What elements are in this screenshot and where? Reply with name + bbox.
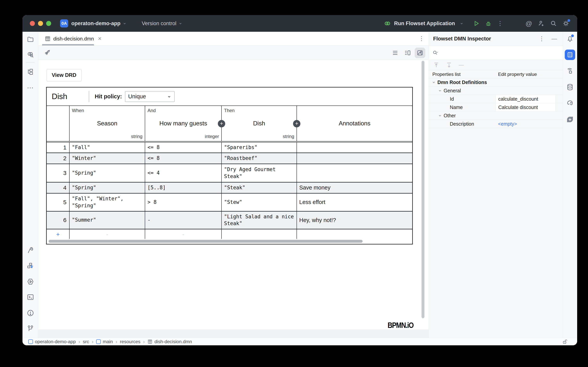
split-view-toggle[interactable] [402,48,413,58]
property-row-description[interactable]: Description <empty> [429,120,563,128]
property-value-field[interactable]: Calculate discount [495,103,556,111]
run-tool-icon[interactable] [26,278,35,286]
run-configuration-widget[interactable]: Run Flowset Application [384,20,464,27]
annotation-cell[interactable]: Save money [297,182,412,193]
season-cell[interactable]: "Fall" [69,142,145,153]
guests-cell[interactable]: <= 8 [145,153,222,164]
guests-cell[interactable]: - [145,211,222,229]
rule-number[interactable]: 5 [47,193,69,211]
rocket-icon[interactable] [43,49,51,57]
version-control-tool-icon[interactable] [26,325,35,333]
search-everywhere-icon[interactable] [550,20,557,27]
inspector-search-field[interactable] [429,46,563,60]
dish-cell[interactable]: "Steak" [222,182,297,193]
guests-cell[interactable]: [5..8] [145,182,222,193]
guests-cell[interactable]: <= 8 [145,142,222,153]
breadcrumb-item-file[interactable]: dish-decision.dmn [147,339,192,344]
rule-number[interactable]: 3 [47,164,69,182]
project-avatar[interactable]: 0A [60,19,68,27]
annotation-cell[interactable] [297,164,412,182]
database-tool-icon[interactable] [566,83,574,91]
decision-name[interactable]: Dish [52,92,89,101]
breadcrumb-item-resources[interactable]: resources [120,339,140,344]
tree-group-other[interactable]: Other [429,111,563,120]
season-cell[interactable]: "Fall", "Winter", "Spring" [69,193,145,211]
rule-number[interactable]: 2 [47,153,69,164]
tab-options-icon[interactable]: ⋮ [419,36,424,42]
dish-cell[interactable]: "Spareribs" [222,142,297,153]
structure-tool-icon[interactable] [26,68,35,76]
code-with-me-icon[interactable] [538,20,545,27]
terminal-tool-icon[interactable] [26,293,35,301]
add-input-column-button[interactable]: + [218,120,225,127]
rule-number[interactable]: 6 [47,211,69,229]
annotation-cell[interactable]: Hey, why not!? [297,211,412,229]
annotation-cell[interactable] [297,142,412,153]
view-drd-button[interactable]: View DRD [46,69,82,81]
collapse-all-icon[interactable] [446,62,452,68]
list-view-toggle[interactable] [390,48,400,58]
notifications-bell-icon[interactable] [566,34,574,43]
guests-cell[interactable]: > 8 [145,193,222,211]
zoom-window-button[interactable] [46,21,51,26]
flowset-search-tool-icon[interactable] [26,50,35,59]
chevron-down-icon[interactable] [432,80,436,84]
property-row-id[interactable]: Id calculate_discount [429,95,563,103]
output-column-dish[interactable]: Then Dish string [222,106,297,142]
ai-assistant-icon[interactable]: @ [525,20,532,27]
dish-cell[interactable]: "Dry Aged Gourmet Steak" [222,164,297,182]
debug-button[interactable] [485,20,492,27]
settings-gear-icon[interactable] [562,20,569,27]
tab-dish-decision[interactable]: dish-decision.dmn ✕ [45,32,102,46]
run-button[interactable] [473,20,480,27]
more-tool-windows-icon[interactable]: ⋯ [26,84,35,92]
build-tool-icon[interactable] [26,246,35,254]
property-row-name[interactable]: Name Calculate discount [429,103,563,111]
close-window-button[interactable] [30,21,35,26]
dependencies-tool-icon[interactable] [566,115,574,124]
add-output-column-button[interactable]: + [293,120,300,127]
dish-cell[interactable]: "Roastbeef" [222,153,297,164]
dish-cell[interactable]: "Stew" [222,193,297,211]
minimize-window-button[interactable] [38,21,43,26]
rule-number[interactable]: 4 [47,182,69,193]
tree-group-general[interactable]: General [429,86,563,95]
season-cell[interactable]: "Spring" [69,164,145,182]
expand-all-icon[interactable] [433,62,439,68]
dish-cell[interactable]: "Light Salad and a nice Steak" [222,211,297,229]
breadcrumb-item-project[interactable]: operaton-demo-app [28,339,76,344]
rule-number[interactable]: 1 [47,142,69,153]
services-tool-icon[interactable] [26,262,35,270]
chevron-down-icon[interactable] [438,113,442,118]
dmn-inspector-tool-icon-active[interactable] [565,50,575,60]
annotations-column[interactable]: Annotations [297,106,412,142]
version-control-menu[interactable]: Version control [142,21,177,26]
season-cell[interactable]: "Spring" [69,182,145,193]
season-cell[interactable]: "Winter" [69,153,145,164]
remove-property-icon[interactable]: — [459,62,464,68]
horizontal-scrollbar-thumb[interactable] [49,240,363,243]
empty-value-link[interactable]: <empty> [498,121,517,127]
inspector-options-icon[interactable]: ⋮ [539,36,545,42]
chevron-down-icon[interactable] [438,88,442,93]
canvas-view-toggle[interactable] [415,48,425,58]
annotation-cell[interactable]: Less effort [297,193,412,211]
project-menu[interactable]: operaton-demo-app [71,21,121,26]
endpoints-tool-icon[interactable] [566,67,574,75]
guests-cell[interactable]: <= 4 [145,164,222,182]
breadcrumb-item-main[interactable]: main [96,339,113,344]
hide-panel-icon[interactable]: — [552,36,557,42]
more-actions-button[interactable]: ⋮ [497,21,503,26]
gradle-tool-icon[interactable] [566,99,574,108]
tree-node-root[interactable]: Dmn Root Definitions [429,78,563,86]
close-tab-icon[interactable]: ✕ [98,36,102,42]
breadcrumb-item-src[interactable]: src [83,339,89,344]
unlock-icon[interactable] [562,339,568,344]
annotation-cell[interactable] [297,153,412,164]
property-value-field[interactable]: calculate_discount [495,95,556,103]
editor-vertical-scrollbar-thumb[interactable] [422,61,424,318]
problems-tool-icon[interactable] [26,309,35,317]
input-column-season[interactable]: When Season string [69,106,145,142]
season-cell[interactable]: "Summer" [69,211,145,229]
hit-policy-select[interactable]: Unique [125,91,175,102]
